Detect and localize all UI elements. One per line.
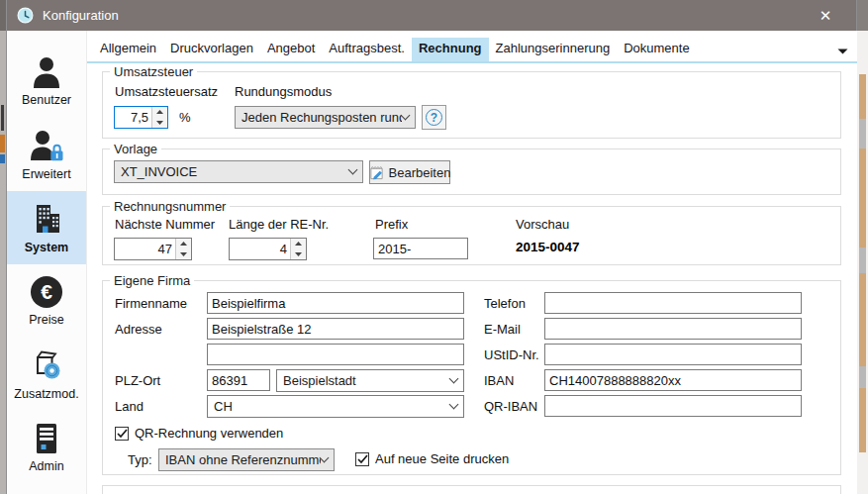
ustid-input[interactable] (544, 344, 802, 365)
laenge-re-nr-spinner[interactable]: 4 (229, 238, 307, 260)
typ-select[interactable]: IBAN ohne Referenznummer (158, 448, 335, 471)
background-fragment (0, 135, 5, 152)
spinner-down-button[interactable] (291, 249, 306, 260)
clock-icon (17, 7, 34, 24)
spinner-down-button[interactable] (176, 249, 191, 260)
telefon-label: Telefon (484, 296, 526, 311)
background-window-right-strip (857, 0, 868, 494)
sidebar-item-label: Zusatzmod. (14, 387, 78, 401)
plz-input[interactable] (207, 369, 270, 391)
vorschau-label: Vorschau (516, 217, 569, 232)
help-button[interactable]: ? (422, 105, 446, 130)
building-icon (30, 202, 63, 236)
chevron-down-icon (320, 453, 330, 463)
addon-box-disc-icon (30, 348, 63, 382)
background-fragment (859, 366, 866, 388)
spinner-up-button[interactable] (291, 239, 306, 249)
spinner-up-icon (180, 242, 187, 246)
sidebar-item-zusatzmod[interactable]: Zusatzmod. (7, 338, 86, 411)
vorlage-value: XT_INVOICE (121, 164, 349, 179)
tab-dokumente[interactable]: Dokumente (617, 38, 696, 61)
background-fragment (859, 119, 866, 148)
server-icon (32, 423, 61, 454)
chevron-down-icon (401, 111, 411, 121)
qr-rechnung-label: QR-Rechnung verwenden (135, 426, 283, 441)
checkmark-icon (117, 429, 128, 439)
email-input[interactable] (544, 318, 802, 340)
background-fragment (1, 105, 4, 131)
spinner-down-icon (156, 121, 163, 125)
spinner-up-button[interactable] (152, 107, 167, 118)
qr-iban-input[interactable] (544, 395, 802, 417)
ort-select[interactable]: Beispielstadt (276, 369, 464, 392)
qr-rechnung-checkbox-row: QR-Rechnung verwenden (115, 426, 283, 441)
adresse2-input[interactable] (207, 344, 464, 365)
adresse-input[interactable] (207, 318, 464, 340)
close-icon: ✕ (820, 7, 832, 25)
tab-druckvorlagen[interactable]: Druckvorlagen (163, 38, 260, 61)
firmenname-input[interactable] (207, 292, 464, 314)
user-icon (30, 56, 63, 88)
spinner-up-button[interactable] (176, 239, 191, 249)
tab-zahlungserinnerung[interactable]: Zahlungserinnerung (489, 38, 618, 61)
rundungsmodus-label: Rundungsmodus (235, 84, 332, 99)
neue-seite-checkbox-row: Auf neue Seite drucken (355, 451, 509, 466)
sidebar-item-label: Erweitert (22, 167, 70, 181)
prefix-input[interactable] (373, 238, 468, 259)
tab-angebot[interactable]: Angebot (260, 38, 322, 61)
titlebar[interactable]: Konfiguration ✕ (7, 0, 856, 31)
content-panel: Allgemein Druckvorlagen Angebot Auftrags… (86, 31, 857, 494)
sidebar-item-system[interactable]: System (7, 191, 86, 264)
tab-overflow-button[interactable] (837, 43, 848, 57)
group-eigene-firma: Eigene Firma Firmenname Telefon Adresse … (102, 280, 841, 475)
land-select[interactable]: CH (207, 395, 464, 418)
spinner-down-button[interactable] (152, 118, 167, 129)
group-title: Rechnungsnummer (110, 199, 230, 214)
naechste-nummer-value[interactable]: 47 (115, 239, 176, 259)
rundungsmodus-value: Jeden Rechungsposten runden (241, 110, 402, 125)
close-button[interactable]: ✕ (809, 0, 842, 31)
tab-allgemein[interactable]: Allgemein (93, 38, 163, 61)
typ-value: IBAN ohne Referenznummer (165, 452, 321, 467)
qr-rechnung-checkbox[interactable] (115, 427, 129, 441)
iban-input[interactable] (544, 369, 802, 391)
laenge-re-nr-value[interactable]: 4 (230, 239, 291, 259)
spinner-up-icon (295, 242, 302, 246)
sidebar: Benutzer Erweitert (7, 31, 86, 494)
naechste-nummer-spinner[interactable]: 47 (114, 238, 192, 260)
group-rechnungsnummer: Rechnungsnummer Nächste Nummer 47 Länge … (102, 206, 841, 265)
help-icon: ? (426, 109, 442, 126)
umsatzsteuersatz-value[interactable]: 7,5 (115, 107, 152, 128)
land-label: Land (115, 399, 144, 414)
umsatzsteuersatz-spinner[interactable]: 7,5 (114, 106, 168, 129)
tab-rechnung[interactable]: Rechnung (412, 38, 489, 61)
sidebar-item-benutzer[interactable]: Benutzer (7, 45, 86, 118)
chevron-down-icon (449, 400, 459, 410)
sidebar-item-erweitert[interactable]: Erweitert (7, 118, 86, 191)
bearbeiten-button[interactable]: Bearbeiten (369, 160, 450, 184)
prefix-label: Prefix (375, 217, 408, 232)
tab-bar: Allgemein Druckvorlagen Angebot Auftrags… (93, 38, 831, 61)
spinner-down-icon (180, 252, 187, 256)
checkmark-icon (357, 454, 368, 464)
group-partial-bottom (102, 485, 841, 494)
umsatzsteuersatz-label: Umsatzsteuersatz (115, 84, 218, 99)
chevron-down-icon (449, 374, 459, 384)
sidebar-item-label: Preise (29, 313, 63, 327)
laenge-re-nr-label: Länge der RE-Nr. (229, 217, 329, 232)
group-title: Vorlage (110, 142, 161, 156)
rundungsmodus-select[interactable]: Jeden Rechungsposten runden (235, 106, 416, 129)
telefon-input[interactable] (544, 292, 802, 314)
konfiguration-dialog: Konfiguration ✕ Benutzer (6, 0, 857, 494)
land-value: CH (214, 399, 450, 414)
group-vorlage: Vorlage XT_INVOICE Bearbeiten (102, 148, 841, 195)
vorlage-select[interactable]: XT_INVOICE (114, 160, 363, 183)
typ-label: Typ: (128, 452, 152, 467)
tab-auftragsbest[interactable]: Auftragsbest. (322, 38, 412, 61)
sidebar-item-preise[interactable]: € Preise (7, 264, 86, 338)
tab-underline (87, 61, 857, 63)
neue-seite-checkbox[interactable] (355, 452, 369, 466)
sidebar-item-admin[interactable]: Admin (7, 411, 86, 484)
background-titlebar-fragment (857, 0, 868, 31)
user-lock-icon (29, 129, 64, 162)
